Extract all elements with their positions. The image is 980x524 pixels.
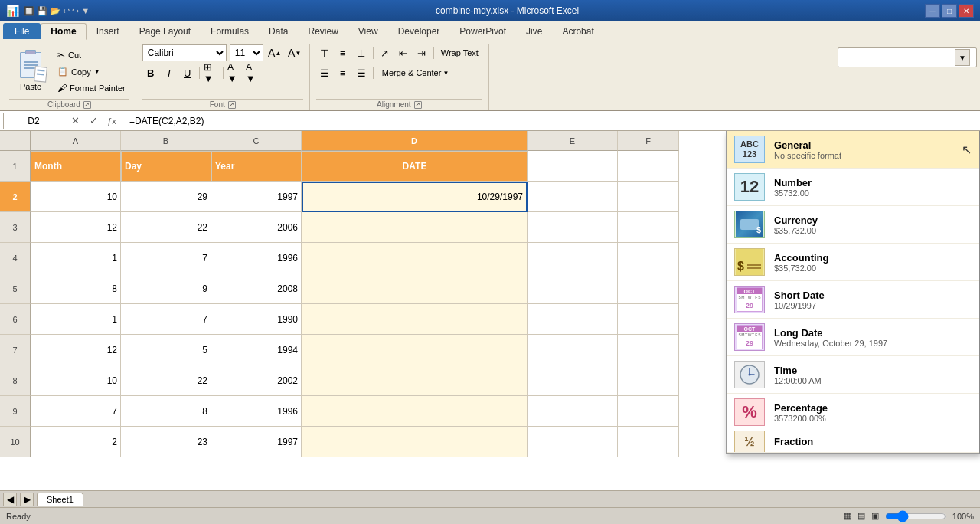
clipboard-expand[interactable]: ↗ [83, 101, 91, 109]
confirm-formula-button[interactable]: ✓ [86, 113, 101, 129]
cell-A10[interactable]: 2 [31, 427, 121, 457]
fill-color-button[interactable]: A ▼ [227, 64, 243, 81]
cell-A8[interactable]: 10 [31, 365, 121, 396]
cell-D8[interactable] [302, 365, 528, 396]
menu-formulas[interactable]: Formulas [201, 23, 259, 39]
next-sheet-button[interactable]: ▶ [20, 493, 34, 506]
cell-F1[interactable] [618, 151, 679, 182]
cell-C4[interactable]: 1996 [211, 243, 302, 273]
col-header-F[interactable]: F [618, 131, 679, 151]
row-header-6[interactable]: 6 [0, 304, 31, 335]
cell-D5[interactable] [302, 273, 528, 304]
cell-C2[interactable]: 1997 [211, 182, 302, 212]
format-accounting-item[interactable]: $ Accounting $35,732.00 [727, 244, 979, 281]
indent-decrease-button[interactable]: ⇤ [395, 44, 412, 61]
cell-E7[interactable] [528, 335, 618, 365]
row-header-3[interactable]: 3 [0, 212, 31, 243]
cell-D9[interactable] [302, 396, 528, 427]
restore-button[interactable]: □ [942, 4, 957, 18]
cell-F9[interactable] [618, 396, 679, 427]
col-header-B[interactable]: B [121, 131, 211, 151]
cell-F2[interactable] [618, 182, 679, 212]
align-center-button[interactable]: ≡ [335, 64, 351, 81]
col-header-A[interactable]: A [31, 131, 121, 151]
menu-powerpivot[interactable]: PowerPivot [449, 23, 516, 39]
cell-D4[interactable] [302, 243, 528, 273]
row-header-10[interactable]: 10 [0, 427, 31, 457]
cell-E1[interactable] [528, 151, 618, 182]
cell-A4[interactable]: 1 [31, 243, 121, 273]
cell-A2[interactable]: 10 [31, 182, 121, 212]
cell-E9[interactable] [528, 396, 618, 427]
wrap-text-button[interactable]: Wrap Text [437, 44, 482, 61]
cell-D10[interactable] [302, 427, 528, 457]
italic-button[interactable]: I [161, 64, 178, 81]
cell-B5[interactable]: 9 [121, 273, 211, 304]
format-general-item[interactable]: ABC123 General No specific format ↖ [727, 131, 979, 169]
decrease-font-size-button[interactable]: A▼ [286, 44, 303, 61]
cell-C8[interactable]: 2002 [211, 365, 302, 396]
cell-C7[interactable]: 1994 [211, 335, 302, 365]
bold-button[interactable]: B [142, 64, 159, 81]
row-header-2[interactable]: 2 [0, 182, 31, 212]
increase-font-size-button[interactable]: A▲ [266, 44, 283, 61]
row-header-5[interactable]: 5 [0, 273, 31, 304]
align-top-button[interactable]: ⊤ [316, 44, 333, 61]
format-painter-button[interactable]: 🖌 Format Painter [54, 80, 129, 96]
cell-A5[interactable]: 8 [31, 273, 121, 304]
cell-F6[interactable] [618, 304, 679, 335]
paste-button[interactable]: Paste [9, 44, 52, 95]
cell-A1[interactable]: Month [31, 151, 121, 182]
cell-E3[interactable] [528, 212, 618, 243]
col-header-C[interactable]: C [211, 131, 302, 151]
font-color-button[interactable]: A ▼ [245, 64, 262, 81]
cell-C10[interactable]: 1997 [211, 427, 302, 457]
new-sheet-button[interactable]: ◀ [3, 493, 17, 506]
cell-D2[interactable]: 10/29/1997 [302, 182, 528, 212]
cell-E10[interactable] [528, 427, 618, 457]
cell-E8[interactable] [528, 365, 618, 396]
menu-file[interactable]: File [3, 23, 41, 39]
cell-C5[interactable]: 2008 [211, 273, 302, 304]
number-format-input[interactable] [844, 49, 952, 66]
alignment-expand[interactable]: ↗ [414, 101, 422, 109]
format-time-item[interactable]: Time 12:00:00 AM [727, 356, 979, 394]
col-header-E[interactable]: E [528, 131, 618, 151]
sheet-tab-1[interactable]: Sheet1 [37, 493, 83, 506]
copy-button[interactable]: 📋 Copy ▼ [54, 64, 129, 79]
merge-center-button[interactable]: Merge & Center ▼ [377, 66, 455, 80]
font-expand[interactable]: ↗ [228, 101, 236, 109]
borders-button[interactable]: ⊞ ▼ [203, 64, 220, 81]
cell-F3[interactable] [618, 212, 679, 243]
cell-B4[interactable]: 7 [121, 243, 211, 273]
cut-button[interactable]: ✂ Cut [54, 47, 129, 63]
row-header-9[interactable]: 9 [0, 396, 31, 427]
view-pagebreak-button[interactable]: ▣ [871, 511, 879, 521]
text-direction-button[interactable]: ↗ [377, 44, 394, 61]
cell-A7[interactable]: 12 [31, 335, 121, 365]
cell-F5[interactable] [618, 273, 679, 304]
menu-data[interactable]: Data [259, 23, 298, 39]
cell-E6[interactable] [528, 304, 618, 335]
row-header-7[interactable]: 7 [0, 335, 31, 365]
cancel-formula-button[interactable]: ✕ [67, 113, 83, 129]
indent-increase-button[interactable]: ⇥ [413, 44, 430, 61]
cell-A3[interactable]: 12 [31, 212, 121, 243]
format-short-date-item[interactable]: OCT S M T W T F S 29 [727, 281, 979, 319]
font-size-select[interactable]: 11 [230, 44, 263, 61]
cell-F4[interactable] [618, 243, 679, 273]
align-bottom-button[interactable]: ⊥ [353, 44, 370, 61]
row-header-1[interactable]: 1 [0, 151, 31, 182]
format-percentage-item[interactable]: % Percentage 3573200.00% [727, 394, 979, 431]
close-button[interactable]: ✕ [959, 4, 974, 18]
cell-E2[interactable] [528, 182, 618, 212]
cell-D1[interactable]: DATE [302, 151, 528, 182]
cell-B10[interactable]: 23 [121, 427, 211, 457]
cell-B1[interactable]: Day [121, 151, 211, 182]
cell-F7[interactable] [618, 335, 679, 365]
menu-developer[interactable]: Developer [388, 23, 450, 39]
cell-B9[interactable]: 8 [121, 396, 211, 427]
format-currency-item[interactable]: $ Currency $35,732.00 [727, 206, 979, 244]
cell-A6[interactable]: 1 [31, 304, 121, 335]
align-right-button[interactable]: ☰ [353, 64, 370, 81]
